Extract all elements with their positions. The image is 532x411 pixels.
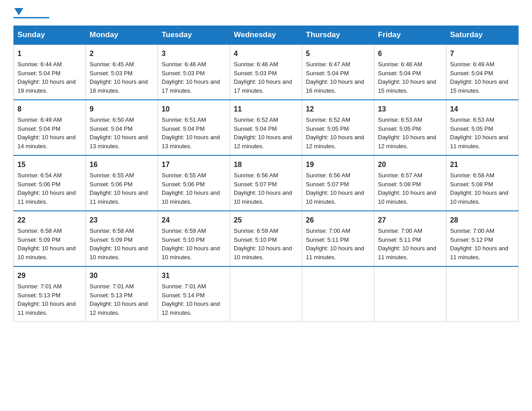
day-sunrise: Sunrise: 6:48 AM	[378, 61, 422, 68]
calendar-cell: 5 Sunrise: 6:47 AM Sunset: 5:04 PM Dayli…	[302, 44, 374, 100]
day-sunrise: Sunrise: 6:59 AM	[234, 227, 278, 234]
day-number: 6	[378, 48, 442, 59]
day-sunset: Sunset: 5:04 PM	[17, 125, 60, 132]
day-daylight: Daylight: 10 hours and 19 minutes.	[17, 78, 76, 94]
day-sunrise: Sunrise: 6:54 AM	[17, 172, 62, 179]
day-number: 18	[234, 159, 298, 170]
day-sunset: Sunset: 5:07 PM	[234, 181, 277, 188]
day-sunset: Sunset: 5:08 PM	[378, 181, 421, 188]
day-number: 17	[162, 159, 226, 170]
calendar-cell: 31 Sunrise: 7:01 AM Sunset: 5:14 PM Dayl…	[158, 266, 230, 322]
day-sunrise: Sunrise: 7:01 AM	[17, 283, 62, 290]
week-row-1: 1 Sunrise: 6:44 AM Sunset: 5:04 PM Dayli…	[14, 44, 519, 100]
day-sunrise: Sunrise: 6:56 AM	[306, 172, 350, 179]
day-sunrise: Sunrise: 6:56 AM	[234, 172, 278, 179]
day-daylight: Daylight: 10 hours and 10 minutes.	[450, 189, 508, 205]
logo-underline	[13, 17, 49, 18]
calendar-cell: 3 Sunrise: 6:46 AM Sunset: 5:03 PM Dayli…	[158, 44, 230, 100]
day-sunset: Sunset: 5:13 PM	[17, 292, 60, 299]
day-sunset: Sunset: 5:08 PM	[450, 181, 493, 188]
day-daylight: Daylight: 10 hours and 12 minutes.	[234, 134, 292, 150]
day-daylight: Daylight: 10 hours and 15 minutes.	[378, 78, 436, 94]
day-number: 10	[162, 104, 226, 115]
day-sunrise: Sunrise: 6:53 AM	[378, 116, 422, 123]
day-daylight: Daylight: 10 hours and 15 minutes.	[450, 78, 508, 94]
day-sunrise: Sunrise: 6:59 AM	[162, 227, 206, 234]
day-number: 30	[90, 270, 154, 281]
day-number: 29	[17, 270, 82, 281]
day-number: 3	[162, 48, 226, 59]
day-daylight: Daylight: 10 hours and 16 minutes.	[306, 78, 364, 94]
day-daylight: Daylight: 10 hours and 13 minutes.	[162, 134, 220, 150]
day-sunset: Sunset: 5:06 PM	[17, 181, 60, 188]
day-sunrise: Sunrise: 6:51 AM	[162, 116, 206, 123]
calendar-cell: 15 Sunrise: 6:54 AM Sunset: 5:06 PM Dayl…	[14, 155, 86, 211]
day-sunrise: Sunrise: 6:53 AM	[450, 116, 494, 123]
day-number: 13	[378, 104, 442, 115]
day-sunset: Sunset: 5:04 PM	[162, 125, 205, 132]
calendar-cell: 9 Sunrise: 6:50 AM Sunset: 5:04 PM Dayli…	[86, 100, 158, 155]
day-sunrise: Sunrise: 6:55 AM	[90, 172, 134, 179]
weekday-header-monday: Monday	[86, 26, 158, 45]
day-sunrise: Sunrise: 7:00 AM	[378, 227, 422, 234]
day-sunset: Sunset: 5:05 PM	[378, 125, 421, 132]
day-sunrise: Sunrise: 6:57 AM	[378, 172, 422, 179]
logo-triangle-icon	[14, 8, 23, 15]
day-number: 27	[378, 215, 442, 226]
day-number: 22	[17, 215, 82, 226]
weekday-header-sunday: Sunday	[14, 26, 86, 45]
day-daylight: Daylight: 10 hours and 11 minutes.	[90, 189, 148, 205]
day-sunset: Sunset: 5:07 PM	[306, 181, 349, 188]
day-sunset: Sunset: 5:04 PM	[234, 125, 277, 132]
calendar-cell	[302, 266, 374, 322]
day-sunrise: Sunrise: 6:50 AM	[90, 116, 134, 123]
day-daylight: Daylight: 10 hours and 10 minutes.	[306, 189, 364, 205]
day-number: 8	[17, 104, 82, 115]
calendar-cell: 4 Sunrise: 6:46 AM Sunset: 5:03 PM Dayli…	[230, 44, 302, 100]
day-sunset: Sunset: 5:10 PM	[162, 236, 205, 243]
calendar-cell: 1 Sunrise: 6:44 AM Sunset: 5:04 PM Dayli…	[14, 44, 86, 100]
day-sunset: Sunset: 5:09 PM	[90, 236, 133, 243]
calendar-cell	[230, 266, 302, 322]
calendar-cell: 11 Sunrise: 6:52 AM Sunset: 5:04 PM Dayl…	[230, 100, 302, 155]
day-number: 21	[450, 159, 515, 170]
day-sunset: Sunset: 5:03 PM	[162, 70, 205, 77]
day-sunset: Sunset: 5:06 PM	[162, 181, 205, 188]
calendar-cell: 30 Sunrise: 7:01 AM Sunset: 5:13 PM Dayl…	[86, 266, 158, 322]
day-sunset: Sunset: 5:14 PM	[162, 292, 205, 299]
day-sunset: Sunset: 5:03 PM	[234, 70, 277, 77]
day-sunrise: Sunrise: 6:49 AM	[17, 116, 62, 123]
calendar-cell: 7 Sunrise: 6:49 AM Sunset: 5:04 PM Dayli…	[446, 44, 519, 100]
day-sunset: Sunset: 5:10 PM	[234, 236, 277, 243]
calendar-cell: 6 Sunrise: 6:48 AM Sunset: 5:04 PM Dayli…	[374, 44, 446, 100]
day-sunrise: Sunrise: 6:58 AM	[450, 172, 494, 179]
day-sunset: Sunset: 5:05 PM	[450, 125, 493, 132]
day-number: 5	[306, 48, 370, 59]
day-sunset: Sunset: 5:04 PM	[378, 70, 421, 77]
calendar-cell	[446, 266, 519, 322]
calendar-cell: 19 Sunrise: 6:56 AM Sunset: 5:07 PM Dayl…	[302, 155, 374, 211]
day-sunrise: Sunrise: 6:47 AM	[306, 61, 350, 68]
calendar-cell	[374, 266, 446, 322]
day-sunrise: Sunrise: 6:46 AM	[234, 61, 278, 68]
day-daylight: Daylight: 10 hours and 17 minutes.	[162, 78, 220, 94]
day-sunrise: Sunrise: 7:00 AM	[306, 227, 350, 234]
day-sunset: Sunset: 5:05 PM	[306, 125, 349, 132]
day-sunrise: Sunrise: 6:58 AM	[90, 227, 134, 234]
calendar-cell: 20 Sunrise: 6:57 AM Sunset: 5:08 PM Dayl…	[374, 155, 446, 211]
calendar-cell: 10 Sunrise: 6:51 AM Sunset: 5:04 PM Dayl…	[158, 100, 230, 155]
week-row-3: 15 Sunrise: 6:54 AM Sunset: 5:06 PM Dayl…	[14, 155, 519, 211]
weekday-header-tuesday: Tuesday	[158, 26, 230, 45]
logo	[13, 9, 49, 18]
day-sunrise: Sunrise: 6:45 AM	[90, 61, 134, 68]
day-daylight: Daylight: 10 hours and 10 minutes.	[234, 189, 292, 205]
day-daylight: Daylight: 10 hours and 11 minutes.	[306, 245, 364, 261]
calendar-cell: 14 Sunrise: 6:53 AM Sunset: 5:05 PM Dayl…	[446, 100, 519, 155]
day-number: 23	[90, 215, 154, 226]
day-sunrise: Sunrise: 7:01 AM	[90, 283, 134, 290]
week-row-2: 8 Sunrise: 6:49 AM Sunset: 5:04 PM Dayli…	[14, 100, 519, 155]
calendar-cell: 24 Sunrise: 6:59 AM Sunset: 5:10 PM Dayl…	[158, 211, 230, 266]
calendar-cell: 29 Sunrise: 7:01 AM Sunset: 5:13 PM Dayl…	[14, 266, 86, 322]
day-number: 19	[306, 159, 370, 170]
weekday-header-friday: Friday	[374, 26, 446, 45]
